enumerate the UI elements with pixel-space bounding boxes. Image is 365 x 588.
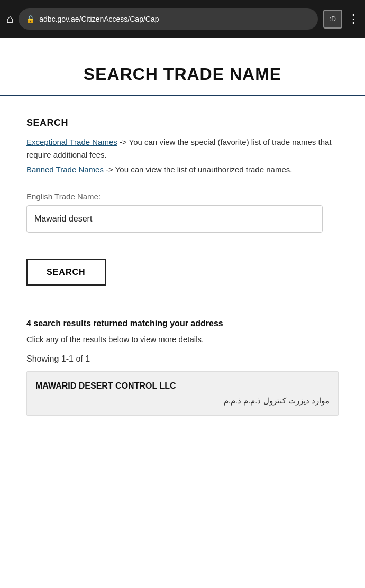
home-icon[interactable]: ⌂ [6, 12, 13, 26]
main-content: SEARCH Exceptional Trade Names -> You ca… [0, 96, 365, 431]
result-name-ar: موارد ديزرت كنترول ذ.م.م ذ.م.م [35, 396, 330, 406]
lock-icon: 🔒 [26, 15, 35, 23]
results-hint: Click any of the results below to view m… [26, 335, 339, 344]
menu-icon[interactable]: ⋮ [348, 12, 359, 26]
exceptional-info: Exceptional Trade Names -> You can view … [26, 136, 339, 161]
page-title-section: SEARCH TRADE NAME [0, 38, 365, 96]
results-summary: 4 search results returned matching your … [26, 319, 339, 328]
address-bar[interactable]: 🔒 adbc.gov.ae/CitizenAccess/Cap/Cap [19, 8, 318, 30]
tab-icon[interactable]: :D [323, 10, 342, 29]
search-button[interactable]: SEARCH [26, 259, 106, 286]
browser-chrome: ⌂ 🔒 adbc.gov.ae/CitizenAccess/Cap/Cap :D… [0, 0, 365, 38]
field-label: English Trade Name: [26, 192, 339, 201]
showing-text: Showing 1-1 of 1 [26, 354, 339, 364]
exceptional-trade-names-link[interactable]: Exceptional Trade Names [26, 137, 117, 146]
banned-trade-names-link[interactable]: Banned Trade Names [26, 165, 104, 174]
search-button-section: SEARCH [26, 259, 339, 286]
banned-desc: -> You can view the list of unauthorized… [104, 165, 292, 174]
english-trade-name-input[interactable] [26, 205, 323, 233]
form-section: English Trade Name: [26, 192, 339, 233]
result-card[interactable]: MAWARID DESERT CONTROL LLC موارد ديزرت ك… [26, 371, 339, 416]
results-section: 4 search results returned matching your … [26, 307, 339, 416]
page-title: SEARCH TRADE NAME [11, 65, 354, 84]
section-label: SEARCH [26, 117, 339, 128]
banned-info: Banned Trade Names -> You can view the l… [26, 163, 339, 176]
url-text: adbc.gov.ae/CitizenAccess/Cap/Cap [39, 15, 311, 23]
result-name-en: MAWARID DESERT CONTROL LLC [35, 381, 330, 391]
search-section: SEARCH Exceptional Trade Names -> You ca… [26, 117, 339, 176]
page-content: SEARCH TRADE NAME SEARCH Exceptional Tra… [0, 38, 365, 588]
